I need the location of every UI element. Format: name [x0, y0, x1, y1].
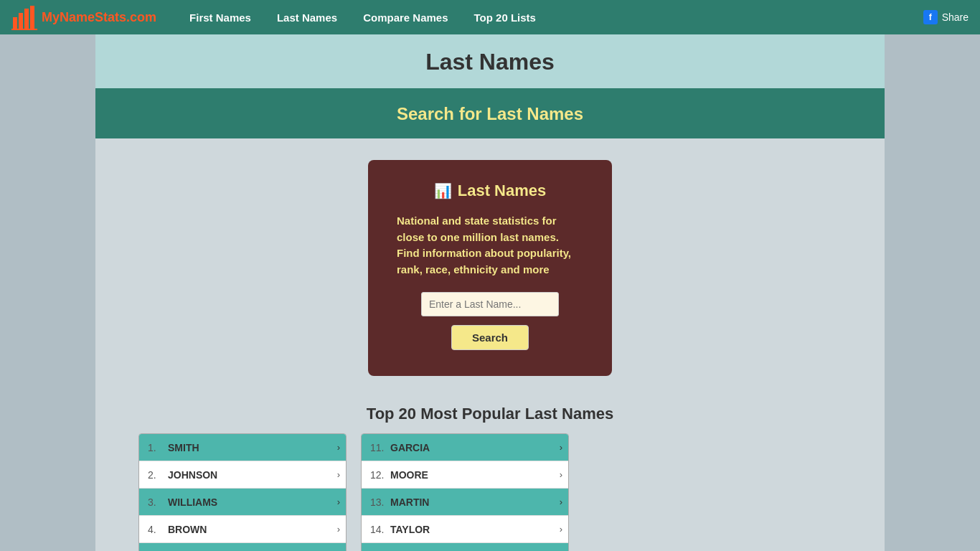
list-item[interactable]: 12. MOORE › [362, 461, 568, 489]
list-item-name: SMITH [168, 442, 337, 453]
search-card-section: 📊 Last Names National and state statisti… [95, 138, 885, 390]
search-button[interactable]: Search [451, 325, 529, 350]
list-item-name: JOHNSON [168, 469, 337, 481]
chevron-right-icon: › [560, 442, 562, 453]
list-item-rank: 12. [370, 469, 390, 481]
card-title-text: Last Names [458, 182, 547, 200]
site-logo[interactable]: MyNameStats.com [11, 4, 156, 30]
list-item[interactable]: 11. GARCIA › [362, 434, 568, 461]
svg-rect-0 [13, 17, 17, 29]
page-title-section: Last Names [95, 34, 885, 88]
logo-icon [11, 4, 37, 30]
share-button[interactable]: f Share [923, 10, 969, 24]
list-item[interactable]: 1. SMITH › [139, 434, 346, 461]
list-item[interactable]: 4. BROWN › [139, 516, 346, 543]
page-title: Last Names [95, 49, 885, 75]
list-item-rank: 11. [370, 442, 390, 453]
svg-rect-3 [30, 6, 34, 29]
svg-rect-2 [24, 9, 29, 29]
share-label: Share [942, 11, 969, 23]
share-icon: f [923, 10, 938, 24]
list-item-name: BROWN [168, 524, 337, 535]
navigation: MyNameStats.com First Names Last Names C… [0, 0, 980, 34]
top20-left-list: 1. SMITH › 2. JOHNSON › 3. WILLIAMS › 4.… [138, 433, 347, 551]
list-item-rank: 1. [148, 442, 168, 453]
nav-links: First Names Last Names Compare Names Top… [179, 7, 923, 28]
top20-title: Top 20 Most Popular Last Names [138, 405, 842, 423]
svg-rect-4 [11, 29, 37, 30]
nav-last-names[interactable]: Last Names [267, 7, 347, 28]
subtitle-text: Search for Last Names [397, 104, 583, 123]
nav-compare-names[interactable]: Compare Names [353, 7, 458, 28]
list-item-rank: 14. [370, 524, 390, 535]
chevron-right-icon: › [337, 496, 340, 507]
list-item[interactable]: 14. TAYLOR › [362, 516, 568, 543]
top20-section: Top 20 Most Popular Last Names 1. SMITH … [95, 390, 885, 551]
list-item-rank: 2. [148, 469, 168, 481]
subtitle-banner: Search for Last Names [95, 88, 885, 138]
list-item-rank: 4. [148, 524, 168, 535]
last-name-search-input[interactable] [421, 292, 559, 316]
logo-text: MyNameStats.com [42, 10, 156, 25]
card-title: 📊 Last Names [434, 182, 547, 200]
top20-lists: 1. SMITH › 2. JOHNSON › 3. WILLIAMS › 4.… [138, 433, 842, 551]
chevron-right-icon: › [560, 524, 562, 534]
page-wrapper: Last Names Search for Last Names 📊 Last … [95, 34, 885, 551]
list-item-name: MARTIN [390, 496, 560, 508]
chevron-right-icon: › [337, 442, 340, 453]
list-item[interactable]: 2. JOHNSON › [139, 461, 346, 489]
list-item[interactable]: 13. MARTIN › [362, 489, 568, 516]
nav-top20-lists[interactable]: Top 20 Lists [464, 7, 546, 28]
list-item[interactable]: 15. RODRIGUEZ › [362, 543, 568, 551]
nav-first-names[interactable]: First Names [179, 7, 261, 28]
chevron-right-icon: › [560, 469, 562, 480]
chevron-right-icon: › [337, 469, 340, 480]
list-item[interactable]: 5. JONES › [139, 543, 346, 551]
top20-right-list: 11. GARCIA › 12. MOORE › 13. MARTIN › 14… [361, 433, 569, 551]
chevron-right-icon: › [337, 524, 340, 534]
search-card: 📊 Last Names National and state statisti… [368, 160, 612, 376]
list-item-name: MOORE [390, 469, 560, 481]
card-title-icon: 📊 [434, 182, 452, 199]
list-item-name: WILLIAMS [168, 496, 337, 508]
list-item[interactable]: 3. WILLIAMS › [139, 489, 346, 516]
svg-rect-1 [19, 13, 23, 29]
chevron-right-icon: › [560, 496, 562, 507]
list-item-rank: 3. [148, 496, 168, 508]
list-item-name: TAYLOR [390, 524, 560, 535]
card-description: National and state statistics for close … [397, 213, 583, 278]
list-item-rank: 13. [370, 496, 390, 508]
list-item-name: GARCIA [390, 442, 560, 453]
